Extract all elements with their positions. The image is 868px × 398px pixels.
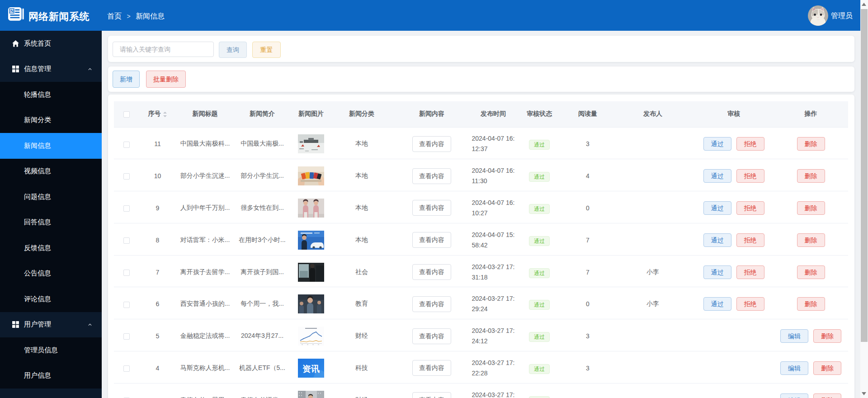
svg-text:资讯: 资讯 [302,364,320,374]
svg-text:N: N [10,8,14,13]
